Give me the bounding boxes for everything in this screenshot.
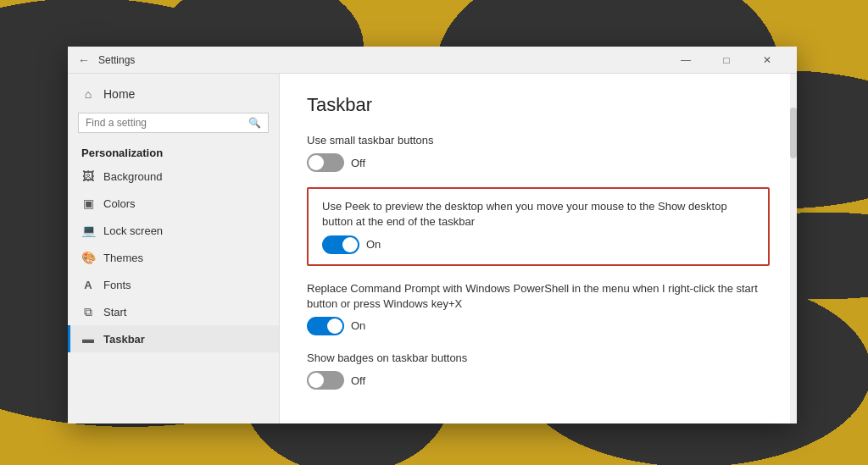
toggle-knob bbox=[342, 237, 358, 252]
search-box[interactable]: 🔍 bbox=[78, 113, 269, 133]
sidebar-item-label: Fonts bbox=[103, 279, 131, 291]
toggle-row-powershell: On bbox=[307, 317, 770, 335]
toggle-peek[interactable] bbox=[322, 235, 359, 254]
sidebar: ⌂ Home 🔍 Personalization 🖼 Background ▣ … bbox=[68, 74, 280, 423]
sidebar-item-label: Background bbox=[103, 170, 162, 183]
window-title: Settings bbox=[98, 54, 135, 66]
toggle-row-peek: On bbox=[322, 235, 754, 254]
setting-peek-label: Use Peek to preview the desktop when you… bbox=[322, 199, 754, 230]
toggle-powershell[interactable] bbox=[307, 317, 344, 335]
main-content: Taskbar Use small taskbar buttons Off Us… bbox=[280, 74, 797, 423]
toggle-small-buttons[interactable] bbox=[307, 153, 344, 172]
toggle-small-buttons-text: Off bbox=[351, 157, 365, 169]
lockscreen-icon: 💻 bbox=[81, 224, 95, 237]
sidebar-item-start[interactable]: ⧉ Start bbox=[68, 298, 279, 325]
setting-badges: Show badges on taskbar buttons Off bbox=[307, 351, 770, 390]
setting-powershell: Replace Command Prompt with Windows Powe… bbox=[307, 281, 770, 335]
search-icon: 🔍 bbox=[248, 117, 261, 129]
toggle-badges-text: Off bbox=[351, 374, 365, 387]
sidebar-item-taskbar[interactable]: ▬ Taskbar bbox=[68, 325, 279, 352]
section-label: Personalization bbox=[68, 141, 279, 163]
search-input[interactable] bbox=[86, 117, 248, 129]
sidebar-item-label: Colors bbox=[103, 197, 136, 210]
colors-icon: ▣ bbox=[81, 197, 95, 210]
home-icon: ⌂ bbox=[81, 87, 95, 101]
sidebar-item-fonts[interactable]: A Fonts bbox=[68, 271, 279, 298]
sidebar-item-label: Start bbox=[103, 306, 126, 318]
toggle-powershell-text: On bbox=[351, 319, 365, 332]
start-icon: ⧉ bbox=[81, 305, 95, 318]
scrollbar-thumb[interactable] bbox=[790, 108, 797, 158]
taskbar-icon: ▬ bbox=[81, 332, 95, 346]
sidebar-item-label: Taskbar bbox=[103, 333, 145, 346]
window-content: ⌂ Home 🔍 Personalization 🖼 Background ▣ … bbox=[68, 74, 797, 423]
sidebar-item-themes[interactable]: 🎨 Themes bbox=[68, 244, 279, 271]
setting-small-buttons: Use small taskbar buttons Off bbox=[307, 133, 770, 172]
close-button[interactable]: ✕ bbox=[748, 47, 787, 74]
sidebar-item-colors[interactable]: ▣ Colors bbox=[68, 190, 279, 217]
sidebar-item-home[interactable]: ⌂ Home bbox=[68, 80, 279, 108]
setting-badges-label: Show badges on taskbar buttons bbox=[307, 351, 770, 366]
toggle-peek-text: On bbox=[366, 238, 381, 251]
settings-window: ← Settings — □ ✕ ⌂ Home 🔍 Personalizatio… bbox=[68, 47, 797, 423]
themes-icon: 🎨 bbox=[81, 251, 95, 264]
background-icon: 🖼 bbox=[81, 169, 95, 183]
sidebar-item-lockscreen[interactable]: 💻 Lock screen bbox=[68, 217, 279, 244]
page-title: Taskbar bbox=[307, 94, 770, 116]
scrollbar-track[interactable] bbox=[790, 74, 797, 423]
sidebar-item-background[interactable]: 🖼 Background bbox=[68, 163, 279, 190]
setting-powershell-label: Replace Command Prompt with Windows Powe… bbox=[307, 281, 770, 312]
toggle-knob bbox=[309, 155, 324, 170]
toggle-knob bbox=[327, 318, 342, 334]
toggle-row-small-buttons: Off bbox=[307, 153, 770, 172]
sidebar-home-label: Home bbox=[103, 87, 135, 101]
fonts-icon: A bbox=[81, 278, 95, 291]
sidebar-item-label: Themes bbox=[103, 252, 143, 264]
window-controls: — □ ✕ bbox=[666, 47, 787, 74]
minimize-button[interactable]: — bbox=[666, 47, 705, 74]
maximize-button[interactable]: □ bbox=[707, 47, 746, 74]
setting-peek-highlighted: Use Peek to preview the desktop when you… bbox=[307, 187, 770, 265]
toggle-knob bbox=[309, 373, 324, 388]
setting-small-buttons-label: Use small taskbar buttons bbox=[307, 133, 770, 148]
sidebar-item-label: Lock screen bbox=[103, 224, 163, 237]
toggle-row-badges: Off bbox=[307, 371, 770, 390]
title-bar: ← Settings — □ ✕ bbox=[68, 47, 797, 74]
back-button[interactable]: ← bbox=[78, 53, 90, 67]
toggle-badges[interactable] bbox=[307, 371, 344, 390]
